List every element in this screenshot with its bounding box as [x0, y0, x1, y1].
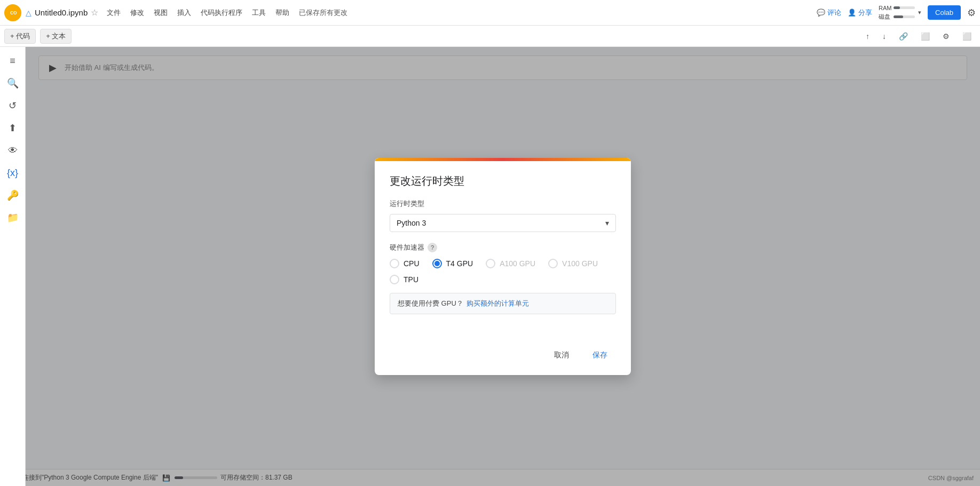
sidebar-eye-icon[interactable]: 👁 — [3, 141, 22, 160]
drive-icon: △ — [26, 9, 31, 17]
top-bar: CO △ Untitled0.ipynb ☆ 文件 修改 视图 插入 代码执行程… — [0, 0, 980, 26]
dialog-footer: 取消 保存 — [375, 340, 631, 375]
secondary-toolbar: + 代码 + 文本 ↑ ↓ 🔗 ⬜ ⚙ ⬜ — [0, 26, 980, 47]
star-icon[interactable]: ☆ — [91, 7, 98, 18]
info-link[interactable]: 购买额外的计算单元 — [467, 299, 529, 308]
hardware-label: 硬件加速器 — [390, 243, 424, 252]
radio-v100gpu[interactable]: V100 GPU — [548, 259, 598, 268]
radio-v100gpu-circle — [548, 259, 558, 268]
body-area: ≡ 🔍 ↺ ⬆ 👁 {x} 🔑 📁 ▶ 开始借助 AI 编写或生成代码。 — [0, 47, 980, 486]
move-up-icon[interactable]: ↑ — [862, 30, 874, 43]
menu-edit[interactable]: 修改 — [126, 6, 148, 20]
radio-tpu[interactable]: TPU — [390, 275, 418, 284]
hardware-label-row: 硬件加速器 ? — [390, 243, 616, 252]
hardware-help-icon[interactable]: ? — [428, 243, 437, 252]
sidebar-key-icon[interactable]: 🔑 — [3, 186, 22, 205]
ram-bar — [894, 6, 915, 9]
extra-icon[interactable]: ⬜ — [958, 30, 976, 43]
add-text-button[interactable]: + 文本 — [40, 29, 72, 44]
radio-tpu-label: TPU — [404, 275, 418, 284]
dialog-title: 更改运行时类型 — [390, 174, 616, 188]
radio-cpu-circle — [390, 259, 399, 268]
sidebar-search-icon[interactable]: 🔍 — [3, 74, 22, 93]
hardware-options-row2: TPU — [390, 275, 616, 284]
menu-insert[interactable]: 插入 — [173, 6, 195, 20]
radio-t4gpu-label: T4 GPU — [446, 259, 473, 268]
sidebar-menu-icon[interactable]: ≡ — [3, 51, 22, 70]
dialog-body: 更改运行时类型 运行时类型 Python 3 ▾ 硬件加速器 ? — [375, 161, 631, 340]
dropdown-arrow-icon: ▾ — [605, 219, 609, 227]
saved-status: 已保存所有更改 — [299, 8, 347, 18]
settings-icon[interactable]: ⚙ — [967, 7, 976, 19]
radio-cpu[interactable]: CPU — [390, 259, 420, 268]
cancel-button[interactable]: 取消 — [546, 346, 578, 364]
ram-disk-widget[interactable]: RAM 磁盘 ▾ — [879, 5, 921, 21]
runtime-dialog: 更改运行时类型 运行时类型 Python 3 ▾ 硬件加速器 ? — [375, 158, 631, 375]
info-box: 想要使用付费 GPU？ 购买额外的计算单元 — [390, 293, 616, 314]
move-down-icon[interactable]: ↓ — [878, 30, 890, 43]
share-button[interactable]: 👤 分享 — [848, 8, 872, 18]
share-icon: 👤 — [848, 9, 856, 17]
comment-button[interactable]: 💬 评论 — [817, 8, 841, 18]
file-title-area: △ Untitled0.ipynb ☆ — [26, 7, 98, 18]
menu-file[interactable]: 文件 — [102, 6, 125, 20]
hardware-section: 硬件加速器 ? CPU — [390, 243, 616, 284]
menu-bar: 文件 修改 视图 插入 代码执行程序 工具 帮助 已保存所有更改 — [102, 6, 347, 20]
runtime-section-label: 运行时类型 — [390, 199, 616, 209]
menu-runtime[interactable]: 代码执行程序 — [196, 6, 247, 20]
sidebar-upload-icon[interactable]: ⬆ — [3, 118, 22, 138]
radio-t4gpu-inner — [434, 261, 440, 266]
radio-a100gpu[interactable]: A100 GPU — [486, 259, 535, 268]
modal-overlay: 更改运行时类型 运行时类型 Python 3 ▾ 硬件加速器 ? — [26, 47, 980, 486]
svg-text:CO: CO — [10, 10, 17, 15]
sidebar-refresh-icon[interactable]: ↺ — [3, 96, 22, 115]
colab-logo: CO — [4, 4, 21, 21]
colab-connect-button[interactable]: Colab — [928, 5, 961, 20]
sidebar-folder-icon[interactable]: 📁 — [3, 208, 22, 227]
link-icon[interactable]: 🔗 — [895, 30, 912, 43]
copy-icon[interactable]: ⬜ — [916, 30, 934, 43]
menu-help[interactable]: 帮助 — [271, 6, 294, 20]
dropdown-arrow-widget[interactable]: ▾ — [918, 9, 921, 16]
radio-a100gpu-label: A100 GPU — [500, 259, 535, 268]
save-button[interactable]: 保存 — [584, 346, 616, 364]
menu-tools[interactable]: 工具 — [248, 6, 270, 20]
dropdown-value: Python 3 — [397, 219, 426, 227]
runtime-dropdown[interactable]: Python 3 ▾ — [390, 214, 616, 232]
settings2-icon[interactable]: ⚙ — [938, 30, 954, 43]
radio-v100gpu-label: V100 GPU — [562, 259, 598, 268]
filename[interactable]: Untitled0.ipynb — [35, 8, 88, 17]
notebook-content: ▶ 开始借助 AI 编写或生成代码。 更改运行时类型 运行时类型 Python … — [26, 47, 980, 486]
notebook-sidebar: ≡ 🔍 ↺ ⬆ 👁 {x} 🔑 📁 — [0, 47, 26, 486]
comment-icon: 💬 — [817, 9, 825, 17]
radio-cpu-label: CPU — [404, 259, 420, 268]
hardware-options-row1: CPU T4 GPU — [390, 259, 616, 268]
top-bar-right: 💬 评论 👤 分享 RAM 磁盘 — [817, 5, 976, 21]
radio-t4gpu[interactable]: T4 GPU — [432, 259, 473, 268]
add-code-button[interactable]: + 代码 — [4, 29, 36, 44]
info-text: 想要使用付费 GPU？ — [398, 299, 463, 308]
radio-a100gpu-circle — [486, 259, 495, 268]
menu-view[interactable]: 视图 — [149, 6, 172, 20]
radio-tpu-circle — [390, 275, 399, 284]
sidebar-variable-icon[interactable]: {x} — [3, 163, 22, 182]
radio-t4gpu-circle — [432, 259, 442, 268]
disk-bar-top — [894, 15, 915, 18]
